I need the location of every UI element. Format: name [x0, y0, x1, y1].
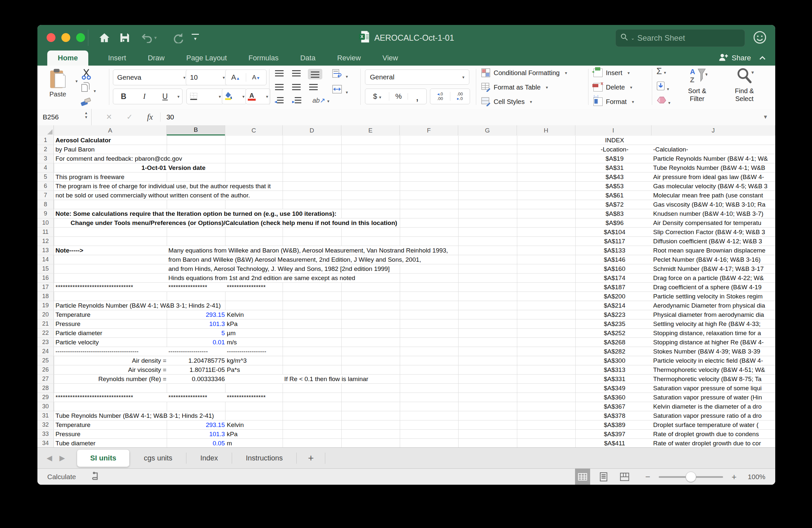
bold-button[interactable]: B	[113, 92, 134, 101]
cell-B16[interactable]: Hinds equations from 1st and 2nd edition…	[167, 273, 357, 282]
fullscreen-button[interactable]	[76, 33, 85, 42]
cell-J10[interactable]: Air Density compensated for temperatu	[652, 218, 764, 227]
row-header-4[interactable]: 4	[38, 163, 54, 172]
cell-J19[interactable]: Aerodynamic Diameter from physical dia	[652, 301, 767, 310]
cell-J18[interactable]: Particle settling velocity in Stokes reg…	[652, 292, 765, 301]
borders-button[interactable]: ▾	[186, 89, 224, 104]
row-header-29[interactable]: 29	[38, 393, 54, 402]
cell-A34[interactable]: Tube diameter	[54, 439, 98, 447]
tab-draw[interactable]: Draw	[146, 50, 166, 65]
autosum-button[interactable]: Σ▾	[656, 66, 666, 76]
cell-J4[interactable]: Tube Reynolds Number (B&W 4-1; W&B	[652, 163, 767, 172]
cell-J5[interactable]: Air pressure from ideal gas law (B&W 4-	[652, 172, 766, 181]
column-header-B[interactable]: B	[167, 125, 225, 135]
cell-B17[interactable]: ****************	[167, 283, 209, 291]
cell-A3[interactable]: For comment and feedback: pbaron@cdc.gov	[54, 154, 184, 163]
cell-I19[interactable]: $A$214	[577, 301, 652, 310]
cell-I26[interactable]: $A$313	[577, 365, 652, 374]
cell-I21[interactable]: $A$235	[577, 319, 652, 328]
increase-indent-button[interactable]: ▸	[292, 97, 301, 105]
cell-I16[interactable]: $A$174	[577, 273, 652, 282]
normal-view-button[interactable]	[575, 469, 590, 485]
cell-B24[interactable]: -------------------	[167, 347, 210, 356]
tab-home[interactable]: Home	[47, 50, 88, 65]
row-header-9[interactable]: 9	[38, 209, 54, 218]
row-header-32[interactable]: 32	[38, 420, 54, 429]
cell-A21[interactable]: Pressure	[54, 319, 82, 328]
tab-data[interactable]: Data	[298, 50, 317, 65]
cell-I9[interactable]: $A$83	[577, 209, 652, 218]
cell-I34[interactable]: $A$411	[577, 439, 652, 447]
sheet-tab-si-units[interactable]: SI units	[77, 449, 130, 467]
cell-I5[interactable]: $A$43	[577, 172, 652, 181]
row-header-7[interactable]: 7	[38, 191, 54, 200]
cell-I10[interactable]: $A$96	[577, 218, 652, 227]
align-middle-button[interactable]	[292, 70, 301, 78]
calculate-status[interactable]: Calculate	[47, 473, 76, 481]
row-header-30[interactable]: 30	[38, 402, 54, 411]
cell-A9[interactable]: Note: Some calculations require that the…	[54, 209, 338, 218]
toolbar-more-icon[interactable]: ▾	[192, 30, 199, 45]
cell-A33[interactable]: Pressure	[54, 429, 82, 438]
enter-icon[interactable]: ✓	[126, 113, 132, 121]
zoom-in-button[interactable]: +	[731, 472, 737, 482]
column-header-J[interactable]: J	[652, 125, 775, 135]
cell-I22[interactable]: $A$252	[577, 329, 652, 337]
align-left-button[interactable]	[275, 84, 284, 92]
row-header-12[interactable]: 12	[38, 237, 54, 246]
sheet-tab-cgs-units[interactable]: cgs units	[130, 453, 186, 464]
fill-button[interactable]: ▾	[656, 81, 669, 92]
cell-J6[interactable]: Gas molecular velocity (B&W 4-5; W&B 3	[652, 182, 769, 191]
decrease-indent-button[interactable]: ◂	[274, 97, 284, 105]
cell-B20[interactable]: 293.15	[168, 310, 226, 319]
currency-format-button[interactable]: $▾	[365, 92, 389, 101]
column-header-H[interactable]: H	[517, 125, 575, 135]
tab-view[interactable]: View	[380, 50, 400, 65]
cell-I7[interactable]: $A$61	[577, 191, 652, 200]
cell-J30[interactable]: Kelvin diameter is the diameter of a dro	[652, 402, 764, 411]
tab-formulas[interactable]: Formulas	[246, 50, 281, 65]
tab-review[interactable]: Review	[335, 50, 363, 65]
row-header-1[interactable]: 1	[38, 136, 54, 145]
row-header-33[interactable]: 33	[38, 429, 54, 439]
cell-B13[interactable]: Many equations from Willeke and Baron (W…	[167, 246, 450, 255]
share-button[interactable]: Share	[719, 50, 751, 65]
cell-A10[interactable]: Change under Tools menu/Preferences (or …	[69, 218, 399, 227]
zoom-slider[interactable]	[659, 476, 723, 478]
row-header-27[interactable]: 27	[38, 375, 54, 384]
formula-bar-expand-icon[interactable]: ▼	[763, 114, 768, 120]
row-header-5[interactable]: 5	[38, 172, 54, 182]
row-header-28[interactable]: 28	[38, 384, 54, 393]
cell-I2[interactable]: -Location-	[577, 145, 652, 154]
copy-dropdown-icon[interactable]: ▾	[94, 89, 96, 93]
column-header-D[interactable]: D	[282, 125, 341, 135]
cell-C26[interactable]: Pa*s	[225, 365, 242, 374]
cell-J11[interactable]: Slip Correction Factor (B&W 4-9; W&B 3	[652, 228, 767, 237]
column-header-G[interactable]: G	[458, 125, 517, 135]
select-all-corner[interactable]	[38, 125, 54, 135]
cell-J20[interactable]: Physical diameter from aerodynamic dia	[652, 310, 766, 319]
search-input[interactable]: ⌄ Search Sheet	[615, 29, 745, 47]
sheet-nav-prev-icon[interactable]: ◀	[47, 454, 52, 463]
row-header-31[interactable]: 31	[38, 411, 54, 420]
home-icon[interactable]	[99, 30, 110, 45]
cell-C25[interactable]: kg/m^3	[225, 356, 249, 365]
cell-J2[interactable]: -Calculation-	[652, 145, 690, 154]
cell-C24[interactable]: -------------------	[225, 347, 268, 356]
cell-J32[interactable]: Droplet surface temperature of water (	[652, 420, 760, 429]
row-header-15[interactable]: 15	[38, 264, 54, 273]
delete-cells-button[interactable]: x Delete▾	[593, 81, 632, 94]
sheet-nav-next-icon[interactable]: ▶	[59, 454, 65, 463]
cell-J12[interactable]: Diffusion coefficient (B&W 4-12; W&B 3	[652, 237, 764, 246]
sheet-tab-index[interactable]: Index	[186, 453, 232, 464]
cell-J33[interactable]: Rate of droplet growth due to condens	[652, 429, 761, 438]
cell-C33[interactable]: kPa	[225, 429, 240, 438]
cell-J9[interactable]: Knudsen number (B&W 4-10; W&B 3-7)	[652, 209, 765, 218]
name-box-stepper[interactable]: ▲▼	[84, 111, 88, 119]
cell-C20[interactable]: Kelvin	[225, 310, 246, 319]
cell-A31[interactable]: Tube Reynolds Number (B&W 4-1; W&B 3-1; …	[54, 411, 216, 420]
cell-J17[interactable]: Drag coefficient of a sphere (B&W 4-19	[652, 283, 764, 291]
row-header-13[interactable]: 13	[38, 246, 54, 255]
merge-center-button[interactable]: ▾	[332, 85, 348, 95]
row-header-11[interactable]: 11	[38, 228, 54, 237]
